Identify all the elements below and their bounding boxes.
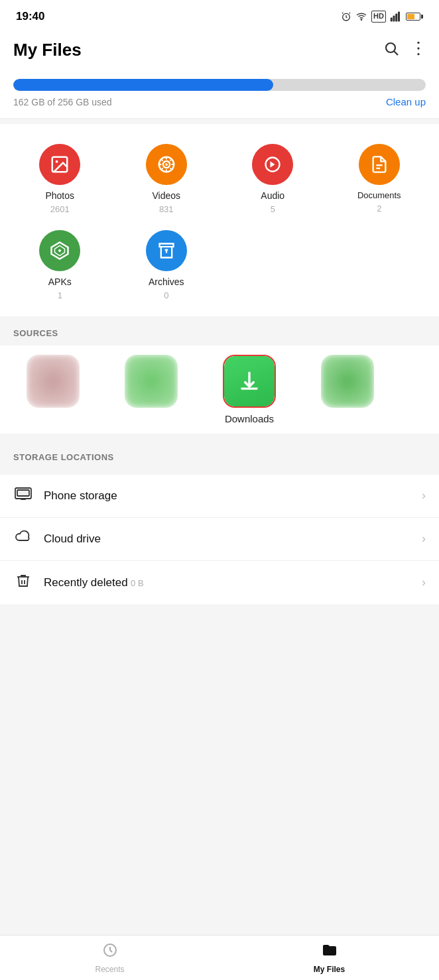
phone-storage-chevron: › bbox=[422, 489, 426, 503]
storage-bar bbox=[13, 79, 426, 91]
signal-icon bbox=[390, 11, 402, 22]
source-blurred-4 bbox=[321, 355, 374, 408]
storage-section: 162 GB of 256 GB used Clean up bbox=[0, 70, 439, 119]
photos-label: Photos bbox=[45, 190, 74, 202]
cloud-drive-info: Cloud drive bbox=[44, 532, 422, 546]
source-icon-2 bbox=[125, 355, 178, 408]
source-blurred-2 bbox=[125, 355, 178, 408]
search-icon[interactable] bbox=[383, 40, 399, 60]
hd-icon: HD bbox=[371, 11, 386, 22]
storage-locations-list: Phone storage › Cloud drive › Recently d… bbox=[0, 475, 439, 605]
recently-deleted-chevron: › bbox=[422, 576, 426, 589]
category-photos[interactable]: Photos 2601 bbox=[7, 137, 113, 223]
storage-bar-fill bbox=[13, 79, 273, 91]
audio-count: 5 bbox=[271, 204, 275, 214]
categories-section: Photos 2601 Videos 831 Audio 5 Documents bbox=[0, 124, 439, 316]
source-item-downloads[interactable]: Downloads bbox=[203, 355, 296, 424]
phone-storage-label: Phone storage bbox=[44, 489, 117, 502]
recently-deleted-info: Recently deleted 0 B bbox=[44, 576, 422, 589]
source-icon-1 bbox=[27, 355, 80, 408]
storage-text: 162 GB of 256 GB used bbox=[13, 97, 112, 107]
videos-count: 831 bbox=[159, 204, 174, 214]
phone-storage-info: Phone storage bbox=[44, 489, 422, 503]
svg-line-7 bbox=[395, 51, 399, 55]
category-archives[interactable]: Archives 0 bbox=[113, 223, 220, 310]
source-icon-4 bbox=[321, 355, 374, 408]
bottom-nav: Recents My Files bbox=[0, 935, 439, 980]
status-icons: HD bbox=[341, 11, 423, 22]
downloads-icon-wrap bbox=[223, 355, 276, 408]
cloud-drive-item[interactable]: Cloud drive › bbox=[0, 518, 439, 561]
svg-point-6 bbox=[386, 43, 395, 52]
header-actions bbox=[383, 40, 426, 60]
downloads-label: Downloads bbox=[225, 413, 274, 424]
svg-rect-5 bbox=[398, 11, 400, 21]
source-item-1[interactable] bbox=[7, 355, 99, 424]
svg-point-8 bbox=[417, 41, 419, 43]
phone-storage-item[interactable]: Phone storage › bbox=[0, 475, 439, 518]
svg-rect-25 bbox=[21, 499, 26, 500]
cloud-drive-label: Cloud drive bbox=[44, 532, 101, 545]
alarm-icon bbox=[341, 11, 351, 22]
svg-point-9 bbox=[417, 47, 419, 49]
recents-nav-label: Recents bbox=[95, 965, 124, 974]
videos-label: Videos bbox=[152, 190, 180, 202]
source-item-4[interactable] bbox=[301, 355, 394, 424]
svg-point-1 bbox=[361, 19, 361, 20]
apks-count: 1 bbox=[58, 290, 62, 300]
recently-deleted-label: Recently deleted bbox=[44, 576, 128, 589]
svg-rect-4 bbox=[395, 13, 397, 21]
category-documents[interactable]: Documents 2 bbox=[326, 137, 433, 223]
category-videos[interactable]: Videos 831 bbox=[113, 137, 220, 223]
svg-marker-21 bbox=[58, 249, 62, 252]
myfiles-nav-label: My Files bbox=[314, 965, 345, 974]
sources-title: SOURCES bbox=[13, 328, 58, 338]
nav-item-recents[interactable]: Recents bbox=[0, 936, 220, 980]
cloud-drive-icon bbox=[13, 530, 33, 548]
storage-locations-header: STORAGE LOCATIONS bbox=[0, 440, 439, 469]
category-audio[interactable]: Audio 5 bbox=[220, 137, 326, 223]
apks-icon-circle bbox=[39, 230, 80, 271]
clean-up-button[interactable]: Clean up bbox=[386, 96, 426, 107]
storage-info: 162 GB of 256 GB used Clean up bbox=[13, 96, 426, 107]
sources-header: SOURCES bbox=[0, 316, 439, 345]
documents-icon-circle bbox=[359, 144, 400, 185]
svg-rect-3 bbox=[393, 15, 395, 21]
source-item-2[interactable] bbox=[105, 355, 198, 424]
phone-storage-icon bbox=[13, 487, 33, 505]
photos-count: 2601 bbox=[50, 204, 70, 214]
apks-label: APKs bbox=[48, 276, 72, 288]
svg-point-12 bbox=[56, 160, 58, 163]
recently-deleted-sub: 0 B bbox=[131, 578, 144, 588]
header: My Files bbox=[0, 33, 439, 70]
svg-rect-23 bbox=[17, 490, 29, 496]
category-apks[interactable]: APKs 1 bbox=[7, 223, 113, 310]
videos-icon-circle bbox=[146, 144, 187, 185]
source-blurred-1 bbox=[27, 355, 80, 408]
status-bar: 19:40 HD bbox=[0, 0, 439, 33]
svg-point-10 bbox=[417, 53, 419, 55]
svg-rect-2 bbox=[391, 17, 393, 21]
downloads-icon bbox=[224, 355, 275, 408]
audio-label: Audio bbox=[261, 190, 284, 202]
recently-deleted-icon bbox=[13, 573, 33, 593]
status-time: 19:40 bbox=[16, 10, 44, 23]
myfiles-nav-icon bbox=[322, 942, 338, 962]
sources-row: Downloads bbox=[0, 345, 439, 434]
sources-section: SOURCES bbox=[0, 316, 439, 435]
archives-icon-circle bbox=[146, 230, 187, 271]
photos-icon-circle bbox=[39, 144, 80, 185]
nav-item-myfiles[interactable]: My Files bbox=[220, 936, 439, 980]
more-options-icon[interactable] bbox=[411, 40, 426, 60]
recently-deleted-item[interactable]: Recently deleted 0 B › bbox=[0, 561, 439, 605]
documents-label: Documents bbox=[357, 190, 401, 201]
storage-locations-title: STORAGE LOCATIONS bbox=[13, 452, 114, 462]
storage-locations-section: STORAGE LOCATIONS Phone storage › Cloud … bbox=[0, 440, 439, 605]
svg-point-15 bbox=[165, 163, 168, 166]
documents-count: 2 bbox=[377, 204, 381, 214]
archives-label: Archives bbox=[149, 276, 184, 288]
page-title: My Files bbox=[13, 40, 82, 60]
wifi-icon bbox=[355, 11, 367, 22]
archives-count: 0 bbox=[164, 290, 168, 300]
categories-grid-row2: APKs 1 Archives 0 bbox=[7, 223, 432, 310]
